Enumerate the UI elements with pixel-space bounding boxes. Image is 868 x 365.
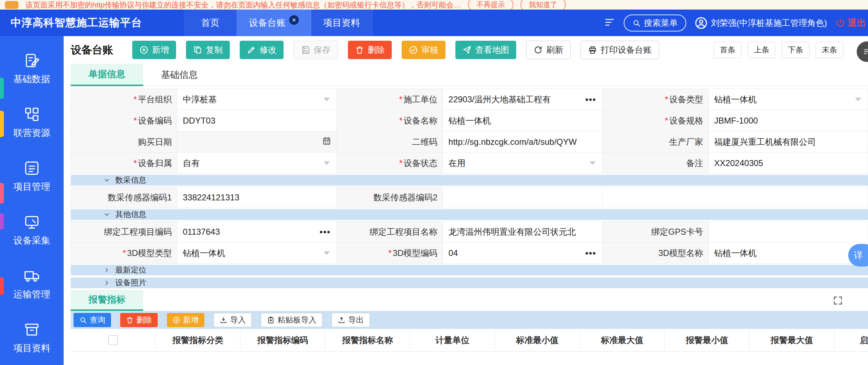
first-record-button[interactable]: 首条 (714, 42, 741, 58)
model-name-input[interactable]: 钻植一体机 (709, 243, 868, 263)
tab-document-info[interactable]: 单据信息 (71, 64, 143, 86)
tab-device-ledger[interactable]: 设备台账 ✕ (237, 10, 311, 36)
ellipsis-icon[interactable]: ••• (320, 227, 331, 237)
close-icon[interactable]: ✕ (289, 15, 299, 25)
sidebar-item-project-docs[interactable]: 项目资料 (0, 311, 64, 365)
fullscreen-icon[interactable] (833, 295, 843, 306)
user-menu[interactable]: 刘荣强(中淳桩基施工管理角色) (695, 17, 827, 29)
ellipsis-icon[interactable]: ••• (585, 248, 596, 258)
sidebar-item-project-management[interactable]: 项目管理 (0, 149, 64, 203)
field-qr-code: 二维码 http://sg.nbzcgk.com/a/t/sub/QYW (337, 131, 602, 153)
print-ledger-button[interactable]: 打印设备台账 (581, 41, 659, 59)
monitor-icon (24, 214, 40, 230)
sidebar-item-label: 项目管理 (13, 181, 50, 193)
section-device-photos[interactable]: 设备照片 (71, 278, 868, 288)
device-ownership-select[interactable]: 自有 (177, 153, 336, 173)
browser-warning-bar: 该页面采用不加密的http传输协议与你建立的连接不安全，请勿在页面内输入任何敏感… (0, 0, 868, 10)
field-project-name: 绑定工程项目名称 龙湾温州伟明置业有限公司状元北 (337, 221, 602, 243)
import-button[interactable]: 导入 (214, 313, 252, 327)
construction-unit-input[interactable]: 22903/温州大地基础工程有••• (443, 89, 602, 110)
required-star: * (399, 116, 402, 126)
search-icon (632, 19, 641, 27)
model-type-select[interactable]: 钻植一体机 (177, 243, 336, 263)
query-button[interactable]: 查询 (74, 313, 111, 327)
next-record-button[interactable]: 下条 (782, 42, 809, 58)
qr-code-input[interactable]: http://sg.nbzcgk.com/a/t/sub/QYW (443, 131, 602, 152)
sidebar-item-transport-management[interactable]: 运输管理 (0, 257, 64, 311)
logout-button[interactable]: 退出 (835, 17, 866, 29)
required-star: * (123, 248, 126, 258)
save-button[interactable]: 保存 (293, 41, 338, 59)
export-button[interactable]: 导出 (332, 313, 370, 327)
edit-button[interactable]: 修改 (240, 41, 284, 59)
sidebar-item-device-collection[interactable]: 设备采集 (0, 204, 64, 257)
form-grid-data-collection: 数采传感器编码1 338224121313 数采传感器编码2 (71, 187, 868, 208)
field-label: 数采传感器编码1 (71, 187, 177, 208)
search-menu-button[interactable]: 搜索菜单 (624, 15, 686, 32)
tab-project-docs[interactable]: 项目资料 (311, 10, 372, 36)
device-status-select[interactable]: 在用 (443, 153, 602, 173)
audit-button[interactable]: 审核 (402, 41, 445, 59)
remark-input[interactable]: XX20240305 (709, 153, 868, 173)
user-avatar-icon (695, 17, 707, 29)
device-spec-input[interactable]: JBMF-1000 (709, 110, 868, 131)
model-code-input[interactable]: 04••• (443, 243, 602, 263)
trash-icon (355, 45, 364, 55)
app-title: 中淳高科智慧施工运输平台 (0, 10, 184, 36)
chevron-down-icon (855, 98, 861, 101)
dismiss-warning-button[interactable]: 不再提示 (468, 0, 513, 10)
refresh-button[interactable]: 刷新 (526, 41, 571, 59)
alarm-table: 报警指标分类 报警指标编码 报警指标名称 计量单位 标准最小值 标准最大值 报警… (71, 329, 868, 365)
project-name-input[interactable]: 龙湾温州伟明置业有限公司状元北 (443, 221, 602, 242)
sensor-code-2-input[interactable] (443, 187, 602, 208)
alarm-tab-bar: 报警指标 (71, 290, 868, 311)
doc-edit-icon (24, 52, 40, 69)
tab-alarm-indicators[interactable]: 报警指标 (71, 290, 143, 311)
field-label: *设备编码 (71, 110, 177, 131)
extension-icon[interactable] (5, 1, 18, 9)
field-construction-unit: *施工单位 22903/温州大地基础工程有••• (337, 89, 602, 110)
paste-import-button[interactable]: 粘贴板导入 (261, 313, 322, 327)
add-button[interactable]: 新增 (132, 41, 176, 59)
sidebar-item-label: 设备采集 (13, 234, 50, 247)
view-map-button[interactable]: 查看地图 (455, 41, 516, 59)
purchase-date-input[interactable] (177, 131, 336, 152)
chevron-down-icon (589, 161, 596, 165)
section-other-info[interactable]: 其他信息 (71, 209, 868, 220)
confirm-warning-button[interactable]: 我知道了 (520, 0, 566, 10)
save-icon (301, 45, 310, 55)
field-label: 绑定GPS卡号 (602, 221, 709, 242)
device-code-input[interactable]: DDYT03 (177, 110, 336, 131)
field-gps-card: 绑定GPS卡号 (602, 221, 868, 243)
copy-button[interactable]: 复制 (186, 41, 230, 59)
last-record-button[interactable]: 末条 (816, 42, 843, 58)
sidebar-item-base-data[interactable]: 基础数据 (0, 42, 64, 96)
device-type-select[interactable]: 钻植一体机 (709, 89, 868, 110)
calendar-icon[interactable] (322, 136, 331, 148)
field-label: 绑定工程项目编码 (71, 221, 177, 242)
detail-panel-toggle[interactable]: 详 (848, 244, 868, 267)
platform-org-select[interactable]: 中淳桩基 (177, 89, 336, 110)
menu-icon[interactable] (604, 17, 615, 29)
section-latest-location[interactable]: 最新定位 (71, 265, 868, 275)
section-data-collection[interactable]: 数采信息 (71, 175, 868, 186)
tab-basic-info[interactable]: 基础信息 (143, 64, 216, 86)
alarm-add-button[interactable]: 新增 (167, 313, 204, 327)
main-content: 设备台账 新增 复制 修改 保存 删除 审 (64, 36, 868, 365)
ellipsis-icon[interactable]: ••• (585, 95, 596, 104)
project-code-input[interactable]: 01137643••• (177, 221, 336, 242)
select-all-checkbox[interactable] (108, 335, 118, 345)
power-icon (835, 18, 845, 28)
alarm-delete-button[interactable]: 删除 (120, 313, 158, 327)
device-name-input[interactable]: 钻植一体机 (443, 110, 602, 131)
column-header: 报警指标分类 (156, 329, 240, 351)
prev-record-button[interactable]: 上条 (748, 42, 775, 58)
field-label: 购买日期 (71, 131, 177, 152)
nodes-icon (24, 106, 40, 122)
sidebar-item-joint-resources[interactable]: 联营资源 (0, 96, 64, 149)
manufacturer-input[interactable]: 福建厦兴重工机械有限公司 (709, 131, 868, 152)
sensor-code-1-input[interactable]: 338224121313 (177, 187, 336, 208)
delete-button[interactable]: 删除 (348, 41, 392, 59)
gps-card-input[interactable] (709, 221, 868, 242)
tab-home[interactable]: 首页 (184, 10, 237, 36)
